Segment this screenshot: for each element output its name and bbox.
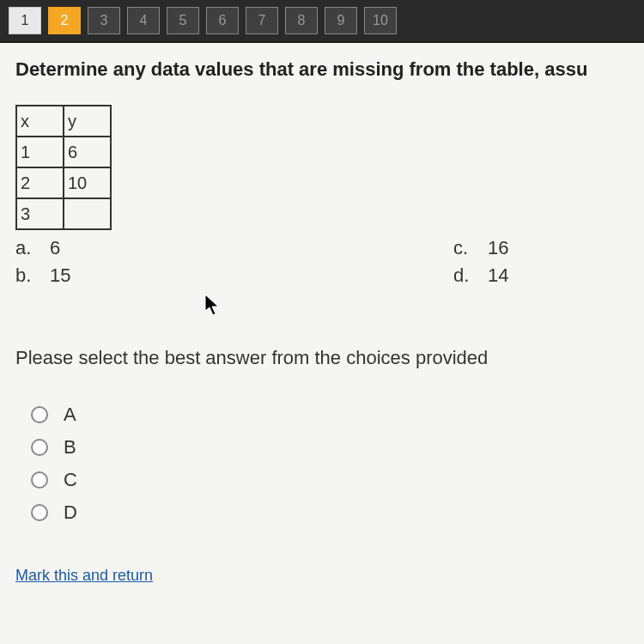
table-cell: 10 <box>64 167 111 198</box>
choice-letter: a. <box>15 237 34 259</box>
radio-label: C <box>64 469 77 491</box>
nav-item-7[interactable]: 7 <box>246 7 278 34</box>
nav-item-6[interactable]: 6 <box>206 7 239 34</box>
radio-answer-group: A B C D <box>31 404 629 524</box>
question-content: Determine any data values that are missi… <box>0 43 644 644</box>
table-header-x: x <box>16 106 64 137</box>
data-table: x y 1 6 2 10 3 <box>15 105 112 230</box>
nav-item-2[interactable]: 2 <box>48 7 81 34</box>
table-cell: 6 <box>64 137 111 167</box>
nav-item-1[interactable]: 1 <box>9 7 41 34</box>
nav-item-9[interactable]: 9 <box>325 7 357 34</box>
radio-circle-icon[interactable] <box>31 504 48 521</box>
nav-item-3[interactable]: 3 <box>88 7 120 34</box>
choice-value: 6 <box>50 237 60 259</box>
radio-label: A <box>64 404 76 426</box>
radio-circle-icon[interactable] <box>31 406 48 423</box>
radio-circle-icon[interactable] <box>31 471 48 489</box>
answer-choices: a. 6 b. 15 c. 16 d. 14 <box>15 237 629 287</box>
table-cell <box>64 198 111 229</box>
table-cell: 1 <box>16 137 64 167</box>
radio-label: D <box>64 501 77 524</box>
radio-option-b[interactable]: B <box>31 436 629 459</box>
instruction-text: Please select the best answer from the c… <box>15 347 629 369</box>
radio-option-a[interactable]: A <box>31 404 629 426</box>
choice-letter: d. <box>453 264 472 287</box>
radio-option-d[interactable]: D <box>31 501 629 524</box>
choice-value: 16 <box>488 237 508 259</box>
radio-circle-icon[interactable] <box>31 439 48 456</box>
choice-value: 14 <box>488 264 508 287</box>
nav-item-5[interactable]: 5 <box>167 7 199 34</box>
table-cell: 2 <box>16 167 64 198</box>
choice-d: d. 14 <box>453 264 508 287</box>
choice-a: a. 6 <box>15 237 453 259</box>
radio-option-c[interactable]: C <box>31 469 629 491</box>
nav-item-8[interactable]: 8 <box>285 7 318 34</box>
question-nav-strip: 1 2 3 4 5 6 7 8 9 10 <box>0 0 644 43</box>
choice-value: 15 <box>50 264 70 287</box>
cursor-icon <box>204 294 222 318</box>
choice-c: c. 16 <box>453 237 508 259</box>
question-prompt: Determine any data values that are missi… <box>15 58 629 81</box>
radio-label: B <box>64 436 76 459</box>
mark-and-return-link[interactable]: Mark this and return <box>15 567 629 585</box>
nav-item-4[interactable]: 4 <box>127 7 160 34</box>
choice-letter: c. <box>453 237 472 259</box>
choice-b: b. 15 <box>15 264 453 287</box>
nav-item-10[interactable]: 10 <box>364 7 397 34</box>
choice-letter: b. <box>15 264 34 287</box>
table-cell: 3 <box>16 198 64 229</box>
table-header-y: y <box>64 106 111 137</box>
